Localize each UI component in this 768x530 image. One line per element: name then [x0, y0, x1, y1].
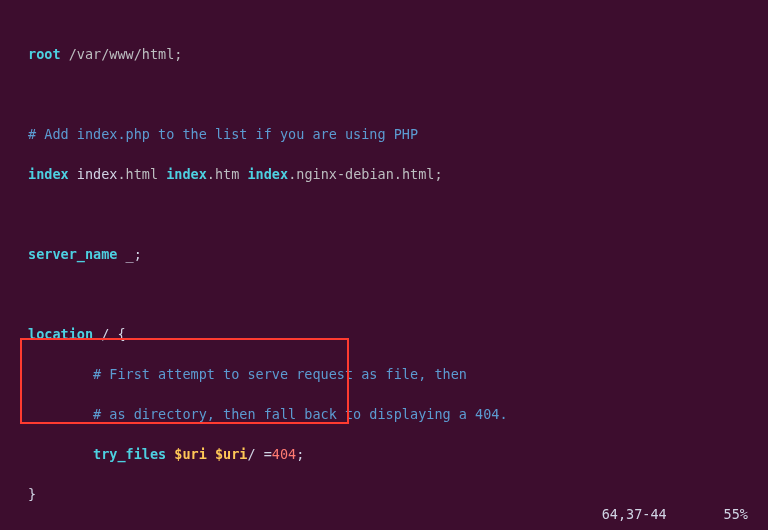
code-line: try_files $uri $uri/ =404;	[28, 444, 768, 464]
directive-index: index	[28, 166, 69, 182]
scroll-percent: 55%	[724, 506, 748, 522]
code-line: # Add index.php to the list if you are u…	[28, 124, 768, 144]
directive-try-files: try_files	[28, 446, 166, 462]
code-editor[interactable]: root /var/www/html; # Add index.php to t…	[0, 0, 768, 530]
comment: # as directory, then fall back to displa…	[28, 406, 508, 422]
code-line: location / {	[28, 324, 768, 344]
cursor-position: 64,37-44	[602, 506, 667, 522]
code-line-blank	[28, 284, 768, 304]
variable-uri: $uri	[207, 446, 248, 462]
directive-location: location	[28, 326, 93, 342]
vim-status-bar: 64,37-44 55%	[602, 504, 748, 524]
code-line-blank	[28, 204, 768, 224]
code-line-blank	[28, 84, 768, 104]
number: 404	[272, 446, 296, 462]
path: /var/www/html;	[61, 46, 183, 62]
directive-root: root	[28, 46, 61, 62]
code-line-blank	[28, 524, 768, 530]
code-line: index index.html index.htm index.nginx-d…	[28, 164, 768, 184]
code-line: # as directory, then fall back to displa…	[28, 404, 768, 424]
code-line: server_name _;	[28, 244, 768, 264]
directive-server-name: server_name	[28, 246, 117, 262]
code-line: root /var/www/html;	[28, 44, 768, 64]
comment: # First attempt to serve request as file…	[28, 366, 467, 382]
variable-uri: $uri	[166, 446, 207, 462]
comment: # Add index.php to the list if you are u…	[28, 126, 418, 142]
code-line: # First attempt to serve request as file…	[28, 364, 768, 384]
code-line: }	[28, 484, 768, 504]
